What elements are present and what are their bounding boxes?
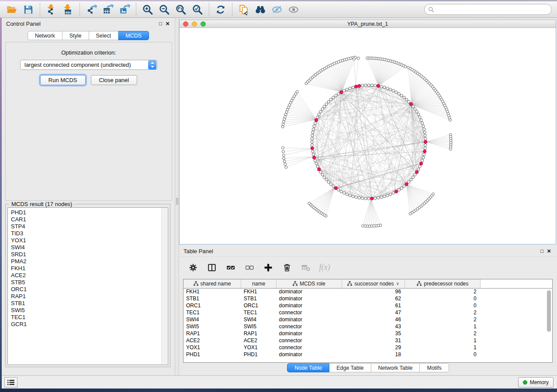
cell-name[interactable]: FKH1 (241, 288, 277, 295)
vertical-splitter[interactable] (175, 18, 179, 375)
function-button[interactable]: f(x) (318, 261, 331, 274)
cell-predecessor-nodes[interactable]: 2 (405, 330, 481, 337)
close-panel-icon[interactable]: × (166, 21, 170, 26)
mcds-result-item[interactable]: SWI5 (11, 307, 168, 314)
cell-shared-name[interactable]: STB1 (183, 295, 241, 302)
table-row[interactable]: ORC1ORC1dominator610 (183, 302, 552, 309)
cell-name[interactable]: SWI5 (241, 323, 277, 330)
column-header-name[interactable]: name (241, 279, 277, 288)
network-graph[interactable] (180, 28, 556, 244)
cell-successor-nodes[interactable]: 35 (342, 330, 405, 337)
table-row[interactable]: YOX1YOX1connector291 (183, 344, 552, 351)
cell-predecessor-nodes[interactable]: 1 (405, 323, 481, 330)
criterion-select[interactable]: largest connected component (undirected) (20, 60, 157, 70)
zoom-in-button[interactable] (139, 3, 156, 17)
column-header-shared-name[interactable]: shared name (183, 279, 241, 288)
export-table-button[interactable] (100, 3, 116, 17)
save-button[interactable] (20, 3, 37, 17)
mcds-result-item[interactable]: ORC1 (11, 286, 168, 293)
cell-successor-nodes[interactable]: 47 (342, 309, 405, 316)
cell-MCDS-role[interactable]: dominator (277, 330, 342, 337)
export-network-button[interactable] (83, 3, 100, 17)
cell-successor-nodes[interactable]: 62 (342, 295, 405, 302)
cell-successor-nodes[interactable]: 61 (342, 302, 405, 309)
table-scrollbar-thumb[interactable] (547, 290, 551, 332)
network-window-titlebar[interactable]: YPA_prune.txt_1 (180, 20, 556, 28)
close-panel-button[interactable]: Close panel (91, 75, 138, 85)
cell-successor-nodes[interactable]: 46 (342, 316, 405, 323)
first-neighbors-button[interactable] (252, 3, 269, 17)
table-row[interactable]: RAP1RAP1dominator352 (183, 330, 552, 337)
cell-shared-name[interactable]: ACE2 (183, 337, 241, 344)
zoom-out-button[interactable] (156, 3, 173, 17)
tab-edge-table[interactable]: Edge Table (329, 363, 371, 372)
column-header-MCDS-role[interactable]: MCDS role (277, 279, 342, 288)
cell-successor-nodes[interactable]: 18 (342, 351, 405, 358)
network-canvas[interactable] (180, 28, 556, 244)
splitter-handle[interactable] (176, 198, 178, 205)
table-row[interactable]: SWI4SWI4dominator462 (183, 316, 552, 323)
mcds-result-item[interactable]: RAP1 (11, 293, 168, 300)
mcds-result-item[interactable]: GCR1 (11, 321, 168, 328)
cell-predecessor-nodes[interactable]: 2 (405, 288, 481, 295)
cell-name[interactable]: SWI4 (241, 316, 277, 323)
cell-name[interactable]: ORC1 (241, 302, 277, 309)
zoom-fit-button[interactable] (173, 3, 189, 17)
cell-predecessor-nodes[interactable]: 0 (405, 351, 481, 358)
table-row[interactable]: STB1STB1dominator620 (183, 295, 552, 302)
mcds-result-item[interactable]: STB1 (11, 300, 168, 307)
cell-predecessor-nodes[interactable]: 0 (405, 302, 481, 309)
refresh-button[interactable] (212, 3, 229, 17)
mcds-result-item[interactable]: ACE2 (11, 272, 168, 279)
settings-button[interactable] (187, 261, 199, 274)
cell-shared-name[interactable]: YOX1 (183, 344, 241, 351)
cell-MCDS-role[interactable]: connector (277, 323, 342, 330)
mcds-result-item[interactable]: STP4 (11, 223, 168, 230)
table-row[interactable]: PHD1PHD1dominator180 (183, 351, 552, 358)
tab-network[interactable]: Network (28, 31, 62, 40)
cell-successor-nodes[interactable]: 43 (342, 323, 405, 330)
cell-predecessor-nodes[interactable]: 0 (405, 295, 481, 302)
mcds-result-item[interactable]: PHD1 (11, 209, 168, 216)
copy-share-button[interactable] (235, 3, 252, 17)
mcds-result-item[interactable]: CAR1 (11, 216, 168, 223)
tab-motifs[interactable]: Motifs (420, 363, 449, 372)
cell-successor-nodes[interactable]: 96 (342, 288, 405, 295)
cell-shared-name[interactable]: TEC1 (183, 309, 241, 316)
zoom-selected-button[interactable] (189, 3, 206, 17)
tab-mcds[interactable]: MCDS (118, 31, 149, 40)
mcds-result-item[interactable]: SRD1 (11, 251, 168, 258)
table-row[interactable]: FKH1FKH1dominator962 (183, 288, 552, 295)
tab-network-table[interactable]: Network Table (371, 363, 420, 372)
table-row[interactable]: SWI5SWI5connector431 (183, 323, 552, 330)
cell-name[interactable]: YOX1 (241, 344, 277, 351)
show-all-button[interactable] (285, 3, 302, 17)
cell-shared-name[interactable]: FKH1 (183, 288, 241, 295)
column-header-predecessor-nodes[interactable]: predecessor nodes (405, 279, 481, 288)
select-all-button[interactable] (225, 261, 237, 274)
mcds-result-item[interactable]: TEC1 (11, 314, 168, 321)
import-table-button[interactable] (60, 3, 76, 17)
cell-MCDS-role[interactable]: dominator (277, 288, 342, 295)
import-network-button[interactable] (43, 3, 60, 17)
cell-MCDS-role[interactable]: dominator (277, 351, 342, 358)
run-mcds-button[interactable]: Run MCDS (40, 75, 86, 85)
cell-successor-nodes[interactable]: 31 (342, 337, 405, 344)
cell-predecessor-nodes[interactable]: 1 (405, 344, 481, 351)
cell-shared-name[interactable]: SWI5 (183, 323, 241, 330)
cell-MCDS-role[interactable]: dominator (277, 316, 342, 323)
cell-predecessor-nodes[interactable]: 1 (405, 337, 481, 344)
cell-MCDS-role[interactable]: dominator (277, 302, 342, 309)
hide-selected-button[interactable] (269, 3, 285, 17)
deselect-all-button[interactable] (243, 261, 256, 274)
cell-predecessor-nodes[interactable]: 2 (405, 316, 481, 323)
cell-name[interactable]: STB1 (241, 295, 277, 302)
cell-MCDS-role[interactable]: connector (277, 344, 342, 351)
tab-style[interactable]: Style (62, 31, 89, 40)
result-list-scrollbar[interactable] (161, 208, 167, 364)
cell-MCDS-role[interactable]: connector (277, 309, 342, 316)
mcds-result-item[interactable]: FKH1 (11, 265, 168, 272)
delete-button[interactable] (281, 261, 293, 274)
cell-name[interactable]: TEC1 (241, 309, 277, 316)
cell-shared-name[interactable]: ORC1 (183, 302, 241, 309)
